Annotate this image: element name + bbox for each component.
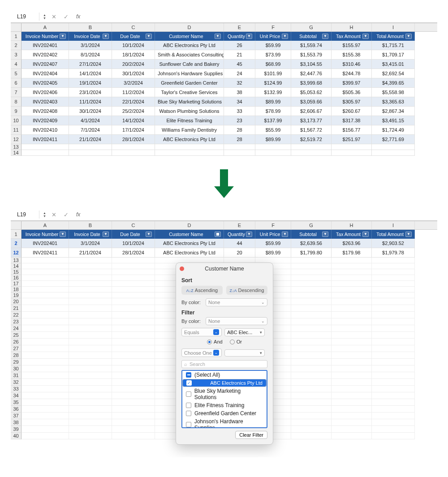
cell[interactable] xyxy=(22,413,69,419)
cell[interactable] xyxy=(112,426,155,433)
cell[interactable]: ABC Electronics Pty Ltd xyxy=(155,239,224,248)
cell[interactable] xyxy=(112,365,155,372)
sort-descending-button[interactable]: Z↓ADescending xyxy=(226,286,267,295)
cell[interactable] xyxy=(69,365,112,372)
col-D[interactable]: D xyxy=(155,23,224,31)
cell[interactable] xyxy=(332,406,372,413)
cell[interactable]: $310.46 xyxy=(332,60,372,69)
rowhead[interactable]: 13 xyxy=(11,144,22,150)
cell[interactable] xyxy=(22,332,69,339)
cell[interactable] xyxy=(291,269,332,275)
cell[interactable] xyxy=(69,399,112,406)
cell[interactable] xyxy=(291,345,332,352)
cell[interactable]: $1,724.49 xyxy=(372,125,415,135)
cell[interactable]: INV202402 xyxy=(22,50,69,60)
confirm-icon[interactable]: ✓ xyxy=(62,13,70,20)
cell[interactable]: $1,709.17 xyxy=(372,50,415,60)
cell[interactable] xyxy=(332,275,372,281)
cell[interactable] xyxy=(22,275,69,281)
cell[interactable]: $155.38 xyxy=(332,50,372,60)
rowhead[interactable]: 13 xyxy=(11,258,22,263)
rowhead-1[interactable]: 1 xyxy=(11,32,22,41)
rowhead[interactable]: 17 xyxy=(11,281,22,287)
cell[interactable] xyxy=(291,305,332,312)
rowhead[interactable]: 36 xyxy=(11,406,22,413)
cell[interactable] xyxy=(372,325,415,332)
cell[interactable]: Sunflower Cafe and Bakery xyxy=(155,60,224,69)
cell[interactable] xyxy=(332,325,372,332)
cell[interactable] xyxy=(22,258,69,263)
cell[interactable] xyxy=(291,275,332,281)
filter-icon[interactable]: ▼ xyxy=(282,232,288,237)
rowhead[interactable]: 16 xyxy=(11,275,22,281)
cell[interactable] xyxy=(22,386,69,392)
cell[interactable]: INV202401 xyxy=(22,41,69,50)
cell[interactable] xyxy=(372,386,415,392)
cell[interactable]: 20 xyxy=(224,248,255,258)
col-H[interactable]: H xyxy=(332,221,372,229)
cell[interactable] xyxy=(372,312,415,318)
cell[interactable]: 24 xyxy=(224,69,255,78)
cell[interactable] xyxy=(69,305,112,312)
filter-icon[interactable]: ▼ xyxy=(405,34,412,39)
cell[interactable]: INV202404 xyxy=(22,69,69,78)
rowhead[interactable]: 32 xyxy=(11,379,22,386)
cell[interactable] xyxy=(372,419,415,426)
col-E[interactable]: E xyxy=(224,23,255,31)
cell[interactable] xyxy=(291,287,332,292)
cell[interactable] xyxy=(291,359,332,365)
filter-icon-active[interactable] xyxy=(215,232,221,237)
cell[interactable] xyxy=(112,281,155,287)
cell[interactable]: 3/1/2024 xyxy=(69,41,112,50)
cell[interactable] xyxy=(22,345,69,352)
cell[interactable] xyxy=(112,399,155,406)
cell[interactable] xyxy=(372,352,415,359)
cell[interactable] xyxy=(69,359,112,365)
cell[interactable] xyxy=(112,413,155,419)
cell[interactable] xyxy=(332,386,372,392)
cancel-icon[interactable]: ✕ xyxy=(50,211,58,218)
cell[interactable] xyxy=(22,312,69,318)
cell[interactable]: $263.96 xyxy=(332,239,372,248)
cell[interactable] xyxy=(112,392,155,399)
col-H[interactable]: H xyxy=(332,23,372,31)
cell[interactable]: $2,639.56 xyxy=(291,239,332,248)
cell[interactable] xyxy=(112,298,155,305)
cell[interactable]: $137.99 xyxy=(255,116,291,125)
cell[interactable] xyxy=(291,419,332,426)
cell[interactable] xyxy=(112,325,155,332)
cell[interactable] xyxy=(69,332,112,339)
cell[interactable]: $505.36 xyxy=(332,88,372,97)
rowhead[interactable]: 26 xyxy=(11,339,22,345)
rowhead[interactable]: 22 xyxy=(11,312,22,318)
rowhead-1[interactable]: 1 xyxy=(11,230,22,239)
cell[interactable]: Greenfield Garden Center xyxy=(155,78,224,88)
cell[interactable] xyxy=(332,433,372,439)
rowhead[interactable]: 9 xyxy=(11,107,22,116)
cell[interactable]: 28 xyxy=(224,125,255,135)
cell[interactable] xyxy=(255,144,291,150)
cell[interactable] xyxy=(291,339,332,345)
name-box[interactable]: L19 xyxy=(14,13,39,21)
cell[interactable]: INV202411 xyxy=(22,248,69,258)
cell[interactable]: Smith & Associates Consulting xyxy=(155,50,224,60)
cell[interactable] xyxy=(291,332,332,339)
filter-select-all[interactable]: (Select All) xyxy=(182,371,267,379)
cell[interactable]: ABC Electronics Pty Ltd xyxy=(155,135,224,144)
cell[interactable] xyxy=(291,281,332,287)
cell[interactable]: 45 xyxy=(224,60,255,69)
rowhead[interactable]: 27 xyxy=(11,345,22,352)
namebox-steppers[interactable]: ▲▼ xyxy=(43,211,46,218)
cell[interactable] xyxy=(291,372,332,379)
cell[interactable]: Blue Sky Marketing Solutions xyxy=(155,97,224,107)
filter-or-radio[interactable]: Or xyxy=(230,339,242,344)
cell[interactable]: 19/1/2024 xyxy=(69,78,112,88)
cell[interactable] xyxy=(69,426,112,433)
rowhead[interactable]: 2 xyxy=(11,41,22,50)
filter-icon[interactable]: ▼ xyxy=(246,232,252,237)
cell[interactable] xyxy=(22,318,69,325)
cell[interactable]: $4,399.65 xyxy=(372,78,415,88)
filter-value-1[interactable]: ABC Elec...▾ xyxy=(224,328,265,336)
col-C[interactable]: C xyxy=(112,23,155,31)
col-D[interactable]: D xyxy=(155,221,224,229)
